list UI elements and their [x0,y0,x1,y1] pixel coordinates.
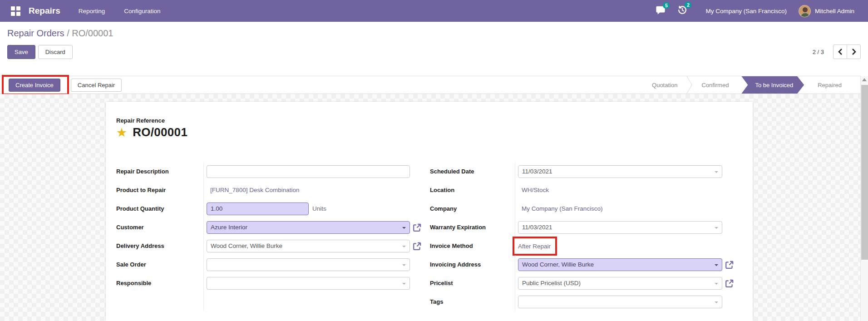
sale-order-combobox[interactable] [207,258,410,271]
label-customer: Customer [116,224,203,231]
app-name[interactable]: Repairs [29,6,60,16]
save-button[interactable]: Save [7,45,35,59]
chevron-right-icon [852,49,856,55]
label-product-quantity: Product Quantity [116,205,203,212]
breadcrumb-parent[interactable]: Repair Orders [7,28,64,38]
company-value[interactable]: My Company (San Francisco) [518,205,603,212]
menu-configuration[interactable]: Configuration [124,8,160,15]
content-area: Repair Reference ★ RO/00001 Repair Descr… [0,94,868,321]
repair-reference-title: RO/00001 [133,125,187,139]
messages-icon[interactable]: 5 [656,5,666,17]
caret-down-icon [715,264,718,268]
invoicing-address-external-link-icon[interactable] [725,260,734,269]
scrollbar-thumb[interactable] [861,85,868,260]
warranty-expiration-input[interactable]: 11/03/2021 [518,221,722,234]
location-value[interactable]: WH/Stock [518,187,549,193]
pricelist-combobox[interactable]: Public Pricelist (USD) [518,277,722,290]
button-row: Save Discard 2 / 3 [7,44,861,59]
caret-down-icon [402,264,406,268]
invoice-method-highlight: After Repair [513,237,557,256]
screen: Repairs Reporting Configuration 5 2 My C… [0,0,868,321]
delivery-address-combobox[interactable]: Wood Corner, Willie Burke [207,240,410,252]
label-sale-order: Sale Order [116,261,203,268]
messages-badge: 5 [663,2,670,9]
pricelist-external-link-icon[interactable] [725,279,734,288]
label-invoice-method: Invoice Method [430,242,515,249]
responsible-combobox[interactable] [207,277,410,290]
stage-separator-icon [686,76,692,94]
customer-external-link-icon[interactable] [413,223,422,232]
statusbar: Create Invoice Cancel Repair Quotation C… [0,76,868,94]
label-product-to-repair: Product to Repair [116,187,203,193]
cancel-repair-button[interactable]: Cancel Repair [71,79,122,92]
activities-badge: 2 [685,2,691,8]
create-invoice-button[interactable]: Create Invoice [9,79,60,92]
fields-grid: Repair Description Scheduled Date 11/03/… [116,162,753,311]
label-pricelist: Pricelist [430,280,515,286]
repair-description-input[interactable] [207,165,410,178]
pager: 2 / 3 [813,44,861,59]
reference-line: ★ RO/00001 [116,125,753,139]
pager-previous-button[interactable] [833,44,847,59]
stage-repaired[interactable]: Repaired [809,82,851,89]
caret-down-icon [715,301,718,305]
label-invoicing-address: Invoicing Address [430,261,515,268]
reference-label: Repair Reference [116,117,753,124]
label-location: Location [430,187,515,193]
top-navbar: Repairs Reporting Configuration 5 2 My C… [0,0,868,22]
label-repair-description: Repair Description [116,168,203,175]
activities-icon[interactable]: 2 [677,5,687,17]
create-invoice-highlight: Create Invoice [2,75,69,95]
vertical-scrollbar[interactable] [860,76,868,321]
chevron-left-icon [838,49,843,55]
breadcrumb-separator: / [67,28,69,38]
caret-down-icon [402,246,406,249]
label-warranty-expiration: Warranty Expiration [430,224,515,231]
caret-down-icon [715,171,718,175]
user-menu[interactable]: Mitchell Admin [815,8,854,15]
user-avatar[interactable] [799,5,811,17]
company-switcher[interactable]: My Company (San Francisco) [705,8,787,15]
pager-value: 2 / 3 [813,49,824,55]
favorite-star-icon[interactable]: ★ [116,126,127,139]
tags-combobox[interactable] [518,296,722,308]
caret-down-icon [715,227,718,231]
repair-order-form: Repair Reference ★ RO/00001 Repair Descr… [106,102,753,321]
stage-to-be-invoiced[interactable]: To be Invoiced [741,76,804,94]
label-company: Company [430,205,515,212]
menu-reporting[interactable]: Reporting [79,8,105,15]
control-panel: Repair Orders / RO/00001 Save Discard 2 … [0,22,868,76]
invoicing-address-combobox[interactable]: Wood Corner, Willie Burke [518,258,722,271]
invoice-method-value: After Repair [518,243,551,250]
stage-confirmed[interactable]: Confirmed [692,82,738,89]
navbar-right: 5 2 My Company (San Francisco) Mitchell … [656,5,854,17]
breadcrumb-current: RO/00001 [72,28,113,38]
stage-pipeline: Quotation Confirmed To be Invoiced Repai… [643,76,868,94]
delivery-address-external-link-icon[interactable] [413,242,422,251]
apps-menu-icon[interactable] [11,6,20,16]
scrollbar-up-arrow[interactable] [861,76,868,84]
product-to-repair-value[interactable]: [FURN_7800] Desk Combination [207,187,300,193]
discard-button[interactable]: Discard [38,45,73,59]
customer-combobox[interactable]: Azure Interior [207,221,410,234]
label-tags: Tags [430,298,515,305]
quantity-units-suffix: Units [312,205,326,212]
label-scheduled-date: Scheduled Date [430,168,515,175]
breadcrumb: Repair Orders / RO/00001 [7,28,861,39]
caret-down-icon [402,283,406,286]
label-delivery-address: Delivery Address [116,242,203,249]
stage-quotation[interactable]: Quotation [643,82,686,89]
pager-next-button[interactable] [847,44,861,59]
product-quantity-input[interactable]: 1.00 [207,202,309,215]
label-responsible: Responsible [116,280,203,286]
scheduled-date-input[interactable]: 11/03/2021 [518,165,722,178]
caret-down-icon [402,227,406,231]
caret-down-icon [715,283,718,286]
